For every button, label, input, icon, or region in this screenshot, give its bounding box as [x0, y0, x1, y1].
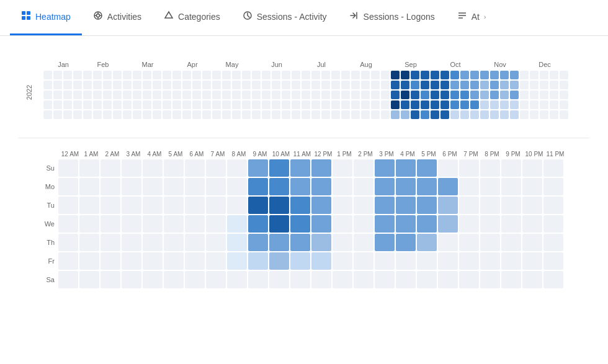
cal-cell [222, 71, 231, 79]
cal-cell [411, 71, 419, 79]
cal-cell [123, 110, 132, 119]
cal-cell [450, 91, 459, 99]
cal-cell [182, 71, 191, 79]
time-cell [459, 178, 479, 195]
cal-cell [113, 110, 122, 119]
cal-cell [530, 81, 539, 89]
time-cell [164, 271, 184, 288]
cal-cell [192, 110, 201, 119]
time-cell [543, 159, 563, 177]
cal-cell [431, 71, 439, 79]
cal-cell [202, 71, 211, 79]
cal-cell [470, 71, 479, 79]
time-label: 4 AM [144, 151, 165, 158]
cal-cell [530, 100, 539, 109]
month-label-mar: Mar [123, 61, 172, 68]
time-label: 5 AM [165, 151, 186, 158]
time-cell [290, 252, 310, 270]
time-cell [248, 234, 268, 251]
time-cell [206, 234, 226, 251]
cal-cell [411, 110, 419, 119]
cal-cell [252, 81, 261, 89]
cal-cell [490, 81, 499, 89]
time-cell [206, 215, 226, 233]
cal-cell [232, 91, 241, 99]
cal-cell [93, 71, 102, 79]
tab-categories[interactable]: Categories [153, 0, 231, 35]
time-cell [354, 215, 373, 233]
cal-cell [172, 100, 181, 109]
time-cell [375, 178, 395, 195]
time-cell [333, 197, 352, 214]
time-cell [501, 215, 521, 233]
time-cell [396, 215, 416, 233]
cal-cell [103, 100, 112, 109]
month-label-nov: Nov [480, 61, 520, 68]
cal-cell [540, 100, 548, 109]
time-cell [396, 234, 416, 251]
cal-cell [311, 81, 320, 89]
cal-cell [252, 71, 261, 79]
cal-cell [520, 91, 529, 99]
cal-cell [163, 100, 171, 109]
tab-sessions-logons[interactable]: Sessions - Logons [338, 0, 446, 35]
svg-point-5 [96, 14, 99, 17]
tab-at[interactable]: At › [446, 0, 498, 35]
cal-cell [450, 81, 459, 89]
cal-cell [192, 91, 201, 99]
cal-cell [242, 71, 251, 79]
time-cell [333, 234, 352, 251]
cal-cell [500, 71, 509, 79]
cal-cell [53, 81, 62, 89]
cal-cell [460, 71, 469, 79]
cal-cell [113, 91, 122, 99]
time-cell [101, 159, 120, 177]
time-cell [417, 252, 437, 270]
cal-cell [202, 100, 211, 109]
cal-cell [302, 91, 310, 99]
cal-cell [391, 100, 400, 109]
month-labels: JanFebMarAprMayJunJulAugSepOctNovDec [43, 61, 589, 68]
cal-cell [212, 71, 221, 79]
time-cell [543, 271, 563, 288]
cal-cell [311, 71, 320, 79]
time-cell [543, 234, 563, 251]
time-label: 12 PM [313, 151, 334, 158]
time-cell [396, 197, 416, 214]
calendar-heatmap: JanFebMarAprMayJunJulAugSepOctNovDec 202… [19, 48, 589, 119]
cal-cell [480, 100, 489, 109]
time-row: We [43, 215, 589, 233]
tab-sessions-activity[interactable]: Sessions - Activity [231, 0, 338, 35]
time-cell [522, 215, 542, 233]
cal-cell [371, 71, 380, 79]
cal-cell [550, 81, 558, 89]
cal-cell [401, 81, 409, 89]
cal-cell [490, 91, 499, 99]
svg-rect-3 [27, 16, 30, 20]
cal-cell [222, 81, 231, 89]
cal-cell [500, 100, 509, 109]
cal-cell [133, 81, 141, 89]
time-label: 12 AM [60, 151, 81, 158]
cal-cell [341, 91, 350, 99]
time-cell [522, 159, 542, 177]
time-cell [58, 178, 78, 195]
cal-cell [530, 71, 539, 79]
cal-cell [133, 91, 141, 99]
time-cell [375, 197, 395, 214]
time-cell [417, 234, 437, 251]
tab-heatmap[interactable]: Heatmap [10, 0, 82, 35]
cal-cell [182, 91, 191, 99]
cal-cell [520, 110, 529, 119]
cal-cell [421, 71, 429, 79]
cal-cell [63, 91, 72, 99]
tab-activities[interactable]: Activities [82, 0, 153, 35]
cal-cell [311, 91, 320, 99]
time-cell [417, 178, 437, 195]
cal-cell [560, 100, 568, 109]
cal-cell [560, 110, 568, 119]
calendar-heatmap-section: JanFebMarAprMayJunJulAugSepOctNovDec 202… [19, 48, 589, 119]
cal-cell [421, 100, 429, 109]
cal-cell [550, 91, 558, 99]
time-cell [543, 215, 563, 233]
